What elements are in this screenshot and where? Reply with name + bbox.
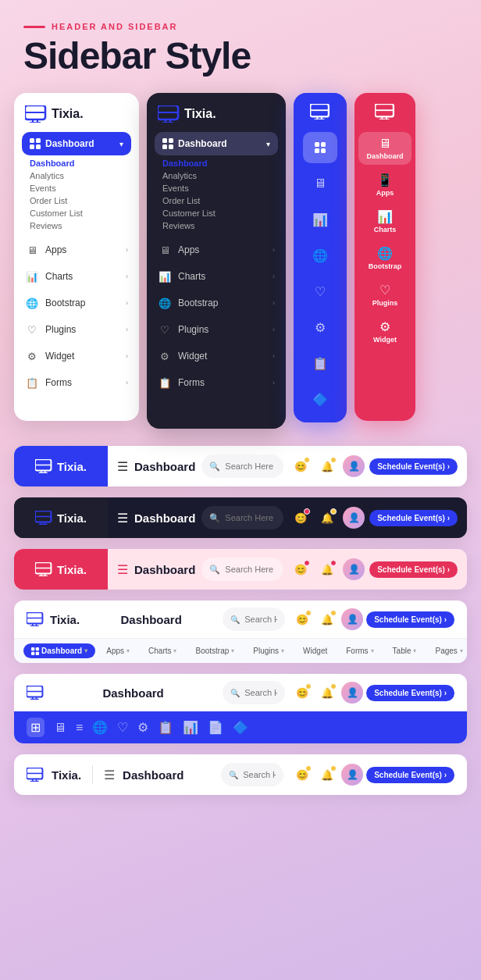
nav-pill-plugins[interactable]: Plugins ▾ (245, 643, 292, 658)
dark-sub-events[interactable]: Events (162, 182, 275, 194)
header-toolbar-search[interactable]: 🔍 (223, 681, 285, 704)
sidebar-white-plugins[interactable]: ♡ Plugins › (14, 316, 139, 343)
nav-pill-dashboard[interactable]: Dashboard ▾ (23, 643, 95, 658)
nav-pill-forms[interactable]: Forms ▾ (338, 643, 381, 658)
nav-pill-bootstrap[interactable]: Bootstrap ▾ (187, 643, 242, 658)
header-minimal-schedule-btn[interactable]: Schedule Event(s) › (366, 767, 454, 783)
header-dark-avatar[interactable]: 👤 (343, 507, 365, 529)
blue-sidebar-charts-icon[interactable]: 📊 (303, 204, 337, 235)
blue-sidebar-plugins-icon[interactable]: ♡ (303, 276, 337, 307)
toolbar-sliders-icon[interactable]: ≡ (76, 721, 83, 735)
toolbar-pages-icon[interactable]: 📄 (208, 720, 223, 735)
header-blue-emoji-btn[interactable]: 😊 (290, 455, 312, 477)
blue-sidebar-dashboard-icon[interactable] (303, 132, 337, 163)
sidebar-dark-dashboard-btn[interactable]: Dashboard ▾ (155, 132, 278, 155)
nav-pill-apps[interactable]: Apps ▾ (98, 643, 137, 658)
nav-pill-pages[interactable]: Pages ▾ (427, 643, 467, 658)
toolbar-monitor-icon[interactable]: 🖥 (54, 721, 66, 735)
header-dark-schedule-btn[interactable]: Schedule Event(s) › (369, 510, 458, 526)
red-sidebar-bootstrap[interactable]: 🌐 Bootstrap (358, 241, 412, 275)
header-dark-emoji-btn[interactable]: 😊 (290, 507, 312, 529)
header-dark-menu-icon[interactable]: ☰ (117, 511, 128, 526)
sidebar-white-charts[interactable]: 📊 Charts › (14, 263, 139, 290)
dark-sub-customerlist[interactable]: Customer List (162, 207, 275, 219)
header-toolbar-emoji-btn[interactable]: 😊 (291, 682, 313, 704)
toolbar-globe-icon[interactable]: 🌐 (92, 720, 108, 735)
sidebar-dark-forms[interactable]: 📋 Forms › (147, 369, 286, 396)
red-sidebar-apps[interactable]: 📱 Apps (358, 168, 412, 201)
header-blue-schedule-btn[interactable]: Schedule Event(s) › (369, 458, 458, 475)
header-nav-emoji-btn[interactable]: 😊 (291, 608, 313, 630)
header-nav-search[interactable]: 🔍 (223, 608, 285, 631)
header-minimal-search-input[interactable] (243, 770, 276, 779)
sub-item-events[interactable]: Events (30, 182, 128, 194)
sidebar-white-bootstrap[interactable]: 🌐 Bootstrap › (14, 290, 139, 316)
dark-sub-reviews[interactable]: Reviews (162, 219, 275, 232)
header-minimal-emoji-btn[interactable]: 😊 (291, 764, 313, 786)
header-toolbar-search-input[interactable] (244, 688, 277, 697)
sub-item-orderlist[interactable]: Order List (30, 194, 128, 207)
header-red-avatar[interactable]: 👤 (343, 558, 365, 580)
toolbar-dashboard-icon[interactable]: ⊞ (27, 718, 45, 737)
dark-sub-orderlist[interactable]: Order List (162, 194, 275, 207)
toolbar-gear-icon[interactable]: ⚙ (137, 720, 148, 735)
red-sidebar-charts[interactable]: 📊 Charts (358, 205, 412, 238)
sub-item-dashboard[interactable]: Dashboard (30, 157, 128, 169)
header-dark-search-input[interactable] (225, 513, 276, 522)
header-nav-bell-btn[interactable]: 🔔 (316, 608, 338, 630)
header-blue-search[interactable]: 🔍 (201, 454, 283, 478)
toolbar-extra-icon[interactable]: 🔷 (233, 720, 248, 735)
header-dark-search[interactable]: 🔍 (201, 506, 283, 529)
blue-sidebar-bootstrap-icon[interactable]: 🌐 (303, 240, 337, 271)
blue-sidebar-extra-icon[interactable]: 🔷 (303, 383, 337, 415)
header-red-search-input[interactable] (225, 565, 276, 574)
sidebar-white-apps[interactable]: 🖥 Apps › (14, 237, 139, 263)
header-red-search[interactable]: 🔍 (201, 558, 283, 581)
sub-item-analytics[interactable]: Analytics (30, 169, 128, 182)
header-red-bell-btn[interactable]: 🔔 (316, 558, 338, 580)
toolbar-form-icon[interactable]: 📋 (158, 720, 173, 735)
header-toolbar-bell-btn[interactable]: 🔔 (316, 682, 338, 704)
header-red-emoji-btn[interactable]: 😊 (290, 558, 312, 580)
sub-item-customerlist[interactable]: Customer List (30, 207, 128, 219)
header-dark-bell-btn[interactable]: 🔔 (316, 507, 338, 529)
blue-sidebar-widget-icon[interactable]: ⚙ (303, 312, 337, 343)
nav-pill-charts[interactable]: Charts ▾ (141, 643, 184, 658)
header-blue-avatar[interactable]: 👤 (343, 455, 365, 477)
toolbar-heart-icon[interactable]: ♡ (117, 720, 128, 735)
header-nav-search-icon: 🔍 (230, 615, 240, 624)
header-toolbar-avatar[interactable]: 👤 (341, 682, 363, 704)
sub-item-reviews[interactable]: Reviews (30, 219, 128, 232)
header-red-schedule-btn[interactable]: Schedule Event(s) › (369, 561, 458, 578)
header-minimal-bell-btn[interactable]: 🔔 (316, 764, 338, 786)
blue-sidebar-forms-icon[interactable]: 📋 (303, 347, 337, 379)
sidebar-dark-widget[interactable]: ⚙ Widget › (147, 343, 286, 369)
header-blue-menu-icon[interactable]: ☰ (117, 459, 128, 474)
header-toolbar-schedule-btn[interactable]: Schedule Event(s) › (366, 685, 454, 701)
header-blue-search-input[interactable] (225, 461, 276, 471)
nav-pill-table[interactable]: Table ▾ (385, 643, 425, 658)
header-minimal-avatar[interactable]: 👤 (341, 764, 363, 786)
header-nav-avatar[interactable]: 👤 (341, 608, 363, 630)
red-sidebar-dashboard[interactable]: 🖥 Dashboard (358, 132, 412, 165)
sidebar-dark-charts[interactable]: 📊 Charts › (147, 263, 286, 290)
blue-sidebar-apps-icon[interactable]: 🖥 (303, 168, 337, 199)
nav-pill-widget[interactable]: Widget (295, 643, 335, 658)
red-sidebar-plugins[interactable]: ♡ Plugins (358, 278, 412, 312)
toolbar-table-icon[interactable]: 📊 (183, 720, 198, 735)
header-nav-schedule-btn[interactable]: Schedule Event(s) › (366, 611, 454, 628)
sidebar-dark-plugins[interactable]: ♡ Plugins › (147, 316, 286, 343)
sidebar-dark-bootstrap[interactable]: 🌐 Bootstrap › (147, 290, 286, 316)
dark-sub-dashboard[interactable]: Dashboard (162, 157, 275, 169)
header-nav-search-input[interactable] (244, 615, 277, 624)
dark-sub-analytics[interactable]: Analytics (162, 169, 275, 182)
sidebar-white-widget[interactable]: ⚙ Widget › (14, 343, 139, 369)
header-blue-bell-btn[interactable]: 🔔 (316, 455, 338, 477)
sidebar-white-dashboard-btn[interactable]: Dashboard ▾ (22, 132, 131, 155)
sidebar-dark-apps[interactable]: 🖥 Apps › (147, 237, 286, 263)
header-minimal-menu-icon[interactable]: ☰ (104, 768, 115, 782)
red-sidebar-widget[interactable]: ⚙ Widget (358, 315, 412, 348)
sidebar-white-forms[interactable]: 📋 Forms › (14, 369, 139, 396)
header-minimal-search[interactable]: 🔍 (221, 763, 283, 786)
header-red-menu-icon[interactable]: ☰ (117, 562, 128, 577)
